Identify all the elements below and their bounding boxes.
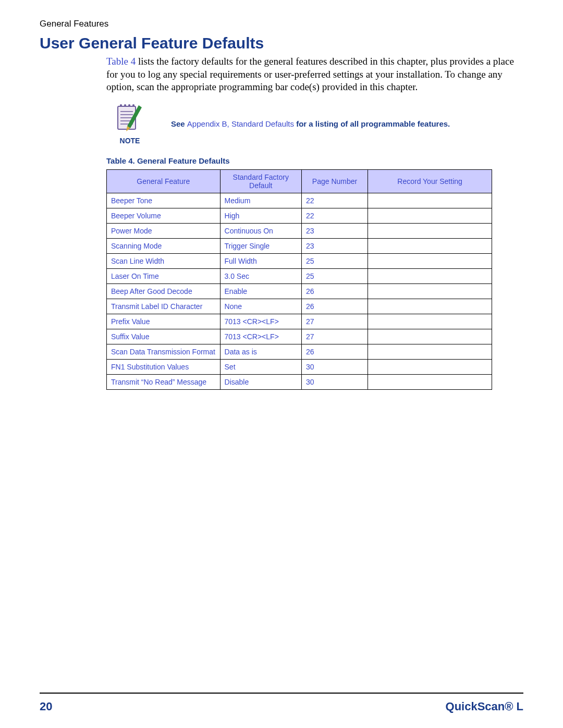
col-header-default: Standard Factory Default bbox=[220, 170, 301, 193]
cell-page[interactable]: 30 bbox=[301, 360, 368, 375]
cell-record[interactable] bbox=[368, 269, 492, 284]
note-text-post: for a listing of all programmable featur… bbox=[294, 119, 450, 128]
cell-feature[interactable]: Power Mode bbox=[107, 224, 221, 239]
notepad-icon bbox=[115, 103, 145, 134]
table-row: Beep After Good DecodeEnable26 bbox=[107, 284, 492, 299]
cell-feature[interactable]: Beeper Volume bbox=[107, 208, 221, 224]
table-row: Scan Data Transmission FormatData as is2… bbox=[107, 344, 492, 360]
page: General Features User General Feature De… bbox=[0, 0, 563, 728]
cell-default: Enable bbox=[220, 284, 301, 299]
cell-feature[interactable]: Suffix Value bbox=[107, 329, 221, 344]
cell-default: Full Width bbox=[220, 254, 301, 269]
cell-page[interactable]: 23 bbox=[301, 224, 368, 239]
table-row: Suffix Value7013 <CR><LF>27 bbox=[107, 329, 492, 344]
footer-rule bbox=[40, 693, 523, 694]
cell-feature[interactable]: Scan Line Width bbox=[107, 254, 221, 269]
cell-page[interactable]: 25 bbox=[301, 254, 368, 269]
cell-feature[interactable]: Scanning Mode bbox=[107, 239, 221, 254]
svg-point-1 bbox=[120, 104, 122, 106]
cell-record[interactable] bbox=[368, 208, 492, 224]
page-number: 20 bbox=[40, 700, 52, 713]
cell-record[interactable] bbox=[368, 299, 492, 314]
footer: 20 QuickScan® L bbox=[40, 700, 523, 713]
table-row: Prefix Value7013 <CR><LF>27 bbox=[107, 314, 492, 329]
cell-record[interactable] bbox=[368, 254, 492, 269]
note-text-pre: See bbox=[171, 119, 187, 128]
cell-feature[interactable]: Laser On Time bbox=[107, 269, 221, 284]
intro-paragraph: Table 4 lists the factory defaults for t… bbox=[106, 55, 523, 94]
cell-default: Trigger Single bbox=[220, 239, 301, 254]
cell-default: High bbox=[220, 208, 301, 224]
table-caption: Table 4. General Feature Defaults bbox=[106, 156, 523, 165]
section-title: User General Feature Defaults bbox=[40, 34, 523, 52]
intro-table-link[interactable]: Table 4 bbox=[106, 56, 136, 67]
cell-page[interactable]: 27 bbox=[301, 329, 368, 344]
cell-default: None bbox=[220, 299, 301, 314]
intro-text: lists the factory defaults for the gener… bbox=[106, 56, 514, 92]
product-name: QuickScan® L bbox=[446, 700, 523, 713]
cell-page[interactable]: 25 bbox=[301, 269, 368, 284]
cell-feature[interactable]: Scan Data Transmission Format bbox=[107, 344, 221, 360]
cell-record[interactable] bbox=[368, 224, 492, 239]
cell-page[interactable]: 23 bbox=[301, 239, 368, 254]
defaults-table: General Feature Standard Factory Default… bbox=[106, 169, 492, 390]
table-row: Transmit “No Read” MessageDisable30 bbox=[107, 375, 492, 390]
table-row: Scan Line WidthFull Width25 bbox=[107, 254, 492, 269]
cell-default: 7013 <CR><LF> bbox=[220, 329, 301, 344]
cell-record[interactable] bbox=[368, 375, 492, 390]
table-row: Beeper VolumeHigh22 bbox=[107, 208, 492, 224]
cell-feature[interactable]: FN1 Substitution Values bbox=[107, 360, 221, 375]
cell-record[interactable] bbox=[368, 360, 492, 375]
cell-default: Continuous On bbox=[220, 224, 301, 239]
cell-record[interactable] bbox=[368, 329, 492, 344]
cell-record[interactable] bbox=[368, 239, 492, 254]
cell-record[interactable] bbox=[368, 284, 492, 299]
col-header-page: Page Number bbox=[301, 170, 368, 193]
table-row: Scanning ModeTrigger Single23 bbox=[107, 239, 492, 254]
cell-page[interactable]: 26 bbox=[301, 344, 368, 360]
running-header: General Features bbox=[40, 19, 523, 29]
cell-record[interactable] bbox=[368, 193, 492, 208]
table-row: FN1 Substitution ValuesSet30 bbox=[107, 360, 492, 375]
cell-default: 7013 <CR><LF> bbox=[220, 314, 301, 329]
cell-page[interactable]: 30 bbox=[301, 375, 368, 390]
table-header-row: General Feature Standard Factory Default… bbox=[107, 170, 492, 193]
col-header-feature: General Feature bbox=[107, 170, 221, 193]
cell-feature[interactable]: Transmit “No Read” Message bbox=[107, 375, 221, 390]
note-block: NOTE See Appendix B, Standard Defaults f… bbox=[106, 103, 523, 145]
cell-page[interactable]: 26 bbox=[301, 299, 368, 314]
cell-default: Data as is bbox=[220, 344, 301, 360]
cell-default: Set bbox=[220, 360, 301, 375]
col-header-record: Record Your Setting bbox=[368, 170, 492, 193]
cell-default: 3.0 Sec bbox=[220, 269, 301, 284]
cell-default: Medium bbox=[220, 193, 301, 208]
cell-page[interactable]: 22 bbox=[301, 193, 368, 208]
note-text: See Appendix B, Standard Defaults for a … bbox=[171, 119, 450, 129]
cell-feature[interactable]: Transmit Label ID Character bbox=[107, 299, 221, 314]
table-row: Laser On Time3.0 Sec25 bbox=[107, 269, 492, 284]
cell-page[interactable]: 27 bbox=[301, 314, 368, 329]
cell-default: Disable bbox=[220, 375, 301, 390]
table-row: Power ModeContinuous On23 bbox=[107, 224, 492, 239]
cell-feature[interactable]: Prefix Value bbox=[107, 314, 221, 329]
svg-point-3 bbox=[128, 104, 130, 106]
cell-page[interactable]: 22 bbox=[301, 208, 368, 224]
svg-point-2 bbox=[124, 104, 126, 106]
cell-record[interactable] bbox=[368, 314, 492, 329]
cell-feature[interactable]: Beep After Good Decode bbox=[107, 284, 221, 299]
table-row: Transmit Label ID CharacterNone26 bbox=[107, 299, 492, 314]
cell-record[interactable] bbox=[368, 344, 492, 360]
cell-page[interactable]: 26 bbox=[301, 284, 368, 299]
svg-point-4 bbox=[132, 104, 134, 106]
note-label: NOTE bbox=[120, 137, 140, 145]
table-row: Beeper ToneMedium22 bbox=[107, 193, 492, 208]
appendix-link[interactable]: Appendix B, Standard Defaults bbox=[187, 119, 294, 128]
cell-feature[interactable]: Beeper Tone bbox=[107, 193, 221, 208]
